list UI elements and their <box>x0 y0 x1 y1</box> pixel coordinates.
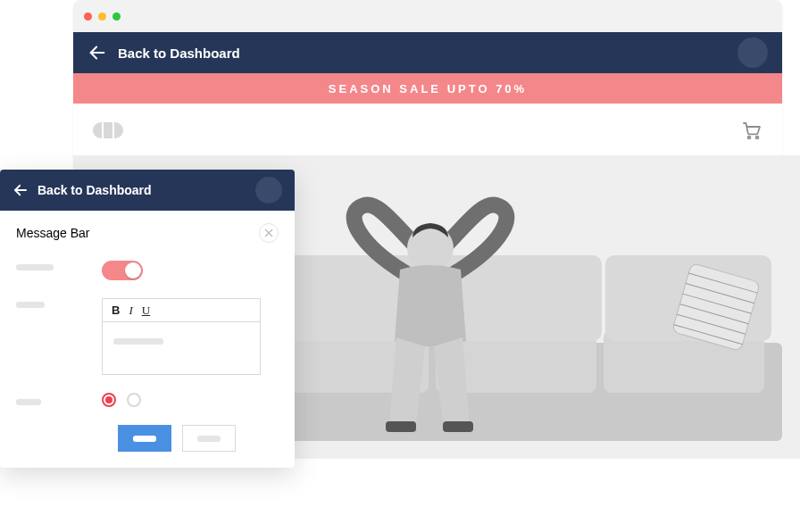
svg-point-2 <box>756 137 759 139</box>
close-button[interactable] <box>259 223 279 243</box>
svg-point-1 <box>748 137 751 139</box>
svg-rect-21 <box>386 421 416 432</box>
message-bar-panel: Back to Dashboard Message Bar B I U <box>0 170 295 468</box>
rich-text-editor: B I U <box>102 298 261 375</box>
panel-header: Message Bar <box>0 211 295 255</box>
save-button[interactable] <box>118 425 171 452</box>
option-label <box>16 395 102 405</box>
close-icon <box>264 229 273 237</box>
panel-topbar: Back to Dashboard <box>0 170 295 211</box>
window-close-icon[interactable] <box>84 12 92 21</box>
panel-title: Message Bar <box>16 226 89 240</box>
panel-back-link[interactable]: Back to Dashboard <box>38 183 152 197</box>
panel-actions <box>16 425 279 452</box>
radio-option-1[interactable] <box>102 393 116 407</box>
toggle-label <box>16 261 102 270</box>
radio-option-2[interactable] <box>127 393 141 407</box>
window-minimize-icon[interactable] <box>98 12 106 21</box>
enable-toggle[interactable] <box>102 261 143 280</box>
bold-button[interactable]: B <box>112 303 120 317</box>
store-nav <box>73 104 782 157</box>
back-arrow-icon[interactable] <box>12 182 29 198</box>
editor-toolbar: B I U <box>103 299 260 322</box>
back-arrow-icon[interactable] <box>88 43 107 62</box>
promo-message-bar: SEASON SALE UPTO 70% <box>73 73 782 104</box>
promo-text: SEASON SALE UPTO 70% <box>329 82 527 96</box>
cart-icon[interactable] <box>741 120 762 141</box>
message-label <box>16 298 102 308</box>
option-row <box>16 393 279 407</box>
editor-textarea[interactable] <box>103 322 260 374</box>
underline-button[interactable]: U <box>142 303 150 318</box>
window-titlebar <box>73 0 782 32</box>
radio-group <box>102 393 141 407</box>
back-to-dashboard-link[interactable]: Back to Dashboard <box>118 46 240 61</box>
window-zoom-icon[interactable] <box>112 12 121 21</box>
panel-body: B I U <box>0 255 295 452</box>
cancel-button[interactable] <box>182 425 236 452</box>
toggle-row <box>16 261 279 280</box>
message-text-row: B I U <box>16 298 279 375</box>
app-topbar: Back to Dashboard <box>73 32 782 73</box>
avatar[interactable] <box>738 37 768 68</box>
italic-button[interactable]: I <box>129 303 132 318</box>
svg-rect-22 <box>443 421 473 432</box>
avatar[interactable] <box>255 177 282 204</box>
store-logo <box>93 122 123 138</box>
